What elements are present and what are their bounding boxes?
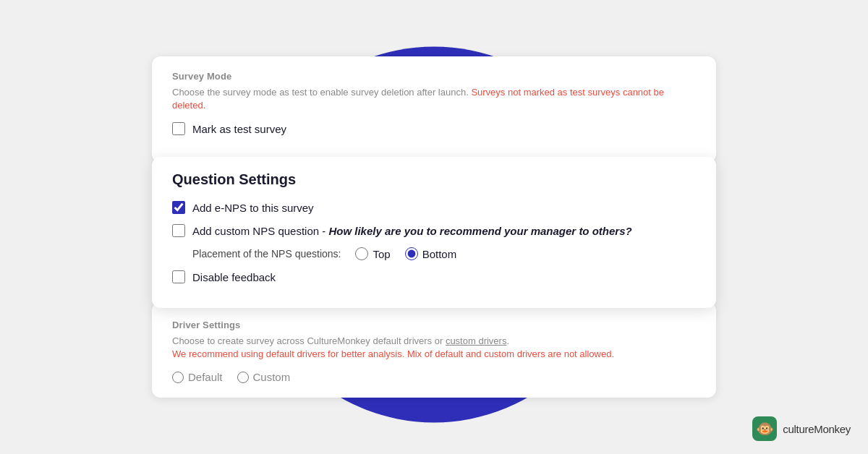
driver-custom-drivers-link[interactable]: custom drivers bbox=[446, 335, 507, 346]
mark-as-test-row: Mark as test survey bbox=[172, 122, 696, 135]
enps-row: Add e-NPS to this survey bbox=[172, 201, 696, 214]
logo-text: cultureMonkey bbox=[783, 423, 851, 435]
disable-feedback-row: Disable feedback bbox=[172, 270, 696, 283]
mark-as-test-checkbox[interactable] bbox=[172, 122, 185, 135]
custom-nps-label[interactable]: Add custom NPS question - How likely are… bbox=[192, 225, 632, 237]
driver-custom-radio[interactable] bbox=[237, 372, 249, 383]
page-content: Survey Mode Choose the survey mode as te… bbox=[0, 0, 868, 454]
survey-mode-title: Survey Mode bbox=[172, 71, 696, 82]
survey-mode-card: Survey Mode Choose the survey mode as te… bbox=[152, 56, 716, 163]
placement-bottom-option[interactable]: Bottom bbox=[405, 247, 457, 260]
driver-settings-title: Driver Settings bbox=[172, 320, 696, 330]
disable-feedback-label[interactable]: Disable feedback bbox=[192, 271, 276, 283]
question-settings-title: Question Settings bbox=[172, 171, 696, 188]
enps-label[interactable]: Add e-NPS to this survey bbox=[192, 202, 314, 214]
placement-row: Placement of the NPS questions: Top Bott… bbox=[192, 247, 696, 260]
driver-settings-description: Choose to create survey across CultureMo… bbox=[172, 335, 696, 361]
driver-default-option[interactable]: Default bbox=[172, 371, 223, 383]
placement-top-label: Top bbox=[373, 248, 390, 260]
survey-mode-description: Choose the survey mode as test to enable… bbox=[172, 86, 696, 112]
placement-radio-group: Top Bottom bbox=[355, 247, 456, 260]
custom-nps-label-start: Add custom NPS question - bbox=[192, 225, 328, 237]
logo-icon: 🐵 bbox=[752, 416, 777, 441]
disable-feedback-checkbox[interactable] bbox=[172, 270, 185, 283]
driver-settings-card: Driver Settings Choose to create survey … bbox=[152, 302, 716, 398]
custom-nps-row: Add custom NPS question - How likely are… bbox=[172, 224, 696, 237]
driver-desc-text2: . bbox=[506, 335, 509, 346]
custom-nps-label-italic: How likely are you to recommend your man… bbox=[328, 225, 631, 237]
driver-default-radio[interactable] bbox=[172, 372, 184, 383]
survey-mode-desc-text: Choose the survey mode as test to enable… bbox=[172, 87, 469, 98]
cards-stack: Survey Mode Choose the survey mode as te… bbox=[152, 56, 716, 398]
placement-top-option[interactable]: Top bbox=[355, 247, 390, 260]
logo-area: 🐵 cultureMonkey bbox=[752, 416, 851, 441]
custom-nps-checkbox[interactable] bbox=[172, 224, 185, 237]
question-settings-card: Question Settings Add e-NPS to this surv… bbox=[152, 157, 716, 308]
mark-as-test-label[interactable]: Mark as test survey bbox=[192, 123, 286, 135]
placement-bottom-radio[interactable] bbox=[405, 247, 418, 260]
enps-checkbox[interactable] bbox=[172, 201, 185, 214]
placement-label: Placement of the NPS questions: bbox=[192, 248, 341, 260]
driver-desc-text1: Choose to create survey across CultureMo… bbox=[172, 335, 446, 346]
driver-default-label: Default bbox=[188, 371, 223, 383]
placement-top-radio[interactable] bbox=[355, 247, 368, 260]
driver-radio-group: Default Custom bbox=[172, 371, 696, 383]
placement-bottom-label: Bottom bbox=[422, 248, 457, 260]
driver-custom-label: Custom bbox=[253, 371, 291, 383]
logo-monkey-emoji: 🐵 bbox=[756, 420, 774, 437]
driver-custom-option[interactable]: Custom bbox=[237, 371, 291, 383]
driver-warning-text: We recommend using default drivers for b… bbox=[172, 348, 614, 359]
